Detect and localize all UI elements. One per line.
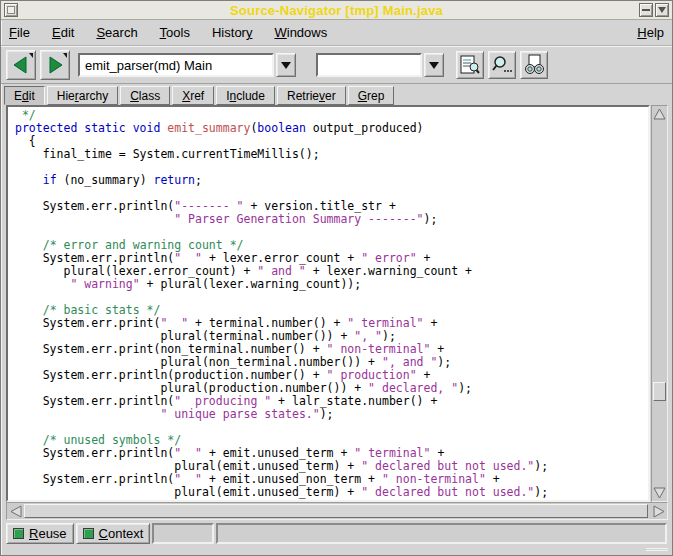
grep-button[interactable] — [520, 51, 548, 79]
code-line: protected static void emit_summary(boole… — [15, 122, 648, 135]
code-line: " Parser Generation Summary -------"); — [15, 213, 648, 226]
toolbar: emit_parser(md) Main — [1, 46, 672, 84]
search-button[interactable] — [488, 51, 516, 79]
window-title: Source-Navigator [tmp] Main.java — [1, 3, 672, 18]
horizontal-scrollbar-thumb[interactable] — [24, 504, 648, 518]
minimize-button[interactable] — [639, 3, 653, 17]
tab-class[interactable]: Class — [120, 86, 170, 105]
scroll-up-button[interactable] — [652, 106, 667, 122]
menu-help[interactable]: Help — [637, 25, 664, 40]
reuse-toggle-button[interactable]: Reuse — [6, 523, 74, 544]
code-line: plural(emit.unused_term) + " declared bu… — [15, 486, 648, 499]
app-window: Source-Navigator [tmp] Main.java FileEdi… — [0, 0, 673, 556]
tab-retriever[interactable]: Retriever — [277, 86, 346, 105]
resize-grip[interactable] — [646, 548, 668, 552]
reuse-label: Reuse — [29, 526, 67, 541]
menu-windows[interactable]: Windows — [274, 25, 327, 40]
status-bar: Reuse Context — [1, 520, 672, 547]
menu-edit[interactable]: Edit — [52, 25, 74, 40]
tab-grep[interactable]: Grep — [348, 86, 395, 105]
arrow-left-icon — [10, 505, 22, 518]
grep-binoculars-icon — [523, 54, 545, 76]
menu-bar: FileEditSearchToolsHistoryWindows Help — [1, 20, 672, 46]
window-menu-button[interactable] — [4, 3, 18, 17]
maximize-button[interactable] — [655, 3, 669, 17]
search-magnifier-icon — [491, 54, 513, 76]
scroll-left-button[interactable] — [7, 503, 24, 519]
scroll-right-button[interactable] — [650, 503, 667, 519]
search-combobox-entry[interactable] — [316, 53, 422, 77]
status-panel-message — [216, 523, 667, 544]
chevron-down-icon — [281, 62, 291, 69]
horizontal-scrollbar[interactable] — [6, 502, 668, 520]
code-line: " warning" + plural(lexer.warning_count)… — [15, 278, 648, 291]
reuse-checkbox-icon — [13, 528, 24, 539]
minimize-icon — [642, 9, 650, 11]
context-checkbox-icon — [83, 528, 94, 539]
search-combobox — [316, 53, 444, 77]
vertical-scrollbar-trough[interactable] — [652, 122, 667, 485]
editor-document-icon — [459, 54, 481, 76]
arrow-right-icon — [653, 505, 665, 518]
code-editor[interactable]: */protected static void emit_summary(boo… — [6, 105, 650, 502]
symbol-combobox: emit_parser(md) Main — [78, 53, 296, 77]
code-line: if (no_summary) return; — [15, 174, 648, 187]
context-label: Context — [99, 526, 144, 541]
scroll-down-button[interactable] — [652, 485, 667, 501]
menu-search[interactable]: Search — [96, 25, 137, 40]
open-editor-button[interactable] — [456, 51, 484, 79]
vertical-scrollbar-thumb[interactable] — [653, 382, 666, 401]
code-line: final_time = System.currentTimeMillis(); — [15, 148, 648, 161]
menu-file[interactable]: File — [9, 25, 30, 40]
tab-include[interactable]: Include — [216, 86, 275, 105]
status-panel-left — [152, 523, 214, 544]
symbol-combobox-arrow-button[interactable] — [276, 53, 296, 77]
symbol-combobox-entry[interactable]: emit_parser(md) Main — [78, 53, 274, 77]
search-combobox-arrow-button[interactable] — [424, 53, 444, 77]
horizontal-scrollbar-trough[interactable] — [24, 503, 650, 519]
tab-hierarchy[interactable]: Hierarchy — [47, 86, 118, 105]
history-forward-button[interactable] — [40, 50, 70, 80]
arrow-down-icon — [653, 487, 666, 499]
context-toggle-button[interactable]: Context — [76, 523, 151, 544]
view-tab-bar: EditHierarchyClassXrefIncludeRetrieverGr… — [1, 84, 672, 105]
title-bar: Source-Navigator [tmp] Main.java — [1, 1, 672, 20]
history-back-button[interactable] — [6, 50, 36, 80]
forward-dropdown-icon — [63, 53, 67, 58]
arrow-up-icon — [653, 108, 666, 120]
tab-edit[interactable]: Edit — [4, 86, 45, 105]
back-dropdown-icon — [29, 53, 33, 58]
menu-history[interactable]: History — [212, 25, 252, 40]
chevron-down-icon — [429, 62, 439, 69]
editor-row: */protected static void emit_summary(boo… — [1, 105, 672, 502]
vertical-scrollbar[interactable] — [651, 105, 668, 502]
tab-xref[interactable]: Xref — [172, 86, 214, 105]
code-line: " unique parse states."); — [15, 408, 648, 421]
menu-bar-items: FileEditSearchToolsHistoryWindows — [9, 25, 327, 40]
back-arrow-icon — [11, 55, 31, 75]
menu-tools[interactable]: Tools — [160, 25, 190, 40]
window-menu-icon — [7, 6, 15, 14]
maximize-icon — [658, 7, 666, 13]
bottom-frame — [1, 547, 672, 554]
forward-arrow-icon — [45, 55, 65, 75]
